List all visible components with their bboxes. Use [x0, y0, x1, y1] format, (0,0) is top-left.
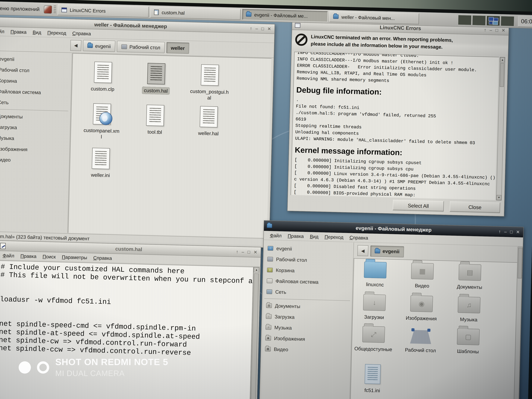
menu-go[interactable]: Переход	[322, 233, 346, 241]
file-fc51-ini[interactable]: fc51.ini	[350, 364, 395, 394]
close-icon[interactable]: ✕	[516, 229, 520, 234]
scroll-thumb[interactable]	[500, 63, 504, 87]
maximize-icon[interactable]: □	[261, 26, 264, 31]
maximize-icon[interactable]: □	[510, 229, 513, 234]
sidebar-item-videos[interactable]: ▦Видео	[261, 343, 351, 357]
folder-icon	[375, 249, 380, 253]
editor-textarea[interactable]: # Include your customized HAL commands h…	[0, 260, 253, 399]
workspace-4[interactable]	[500, 16, 514, 26]
scroll-up-icon[interactable]: ▲	[500, 57, 505, 63]
desktop-icon	[121, 44, 127, 49]
minimize-icon[interactable]: –	[255, 26, 258, 31]
scroll-up-icon[interactable]: ▲	[254, 267, 259, 272]
minimize-icon[interactable]: –	[490, 27, 492, 33]
menu-view[interactable]: Вид	[30, 29, 44, 36]
menu-edit[interactable]: Правка	[8, 28, 29, 36]
panel-grip	[54, 6, 56, 14]
menu-file[interactable]: Файл	[267, 232, 284, 239]
applications-menu-icon[interactable]	[44, 5, 52, 13]
menu-search[interactable]: Поиск	[40, 253, 58, 260]
file-weller-hal[interactable]: weller.hal	[183, 106, 234, 137]
folder-public[interactable]: ⤢ Общедоступные	[351, 326, 396, 353]
applications-menu-button[interactable]: еню приложений	[0, 5, 40, 12]
scroll-thumb[interactable]	[518, 248, 522, 278]
drive-icon	[267, 278, 272, 283]
back-button[interactable]: ◀	[70, 40, 81, 51]
sidebar-item-home[interactable]: ⌂evgenii	[0, 53, 72, 66]
folder-linuxcnc[interactable]: linuxcnc	[352, 261, 398, 288]
error-log-textarea[interactable]: INFO CLASSICLADDER---I/O modbus master c…	[291, 52, 499, 200]
menu-edit[interactable]: Правка	[18, 253, 39, 260]
folder-templates[interactable]: ▢ Шаблоны	[445, 328, 491, 355]
back-button[interactable]: ◀	[357, 245, 368, 256]
menu-help[interactable]: Справка	[347, 234, 371, 241]
folder-desktop[interactable]: Рабочий стол	[398, 327, 443, 354]
sidebar-item-videos[interactable]: ▦Видео	[0, 154, 69, 167]
menu-go[interactable]: Переход	[44, 29, 69, 37]
maximize-icon[interactable]: □	[247, 249, 250, 254]
menu-help[interactable]: Справка	[90, 254, 115, 262]
sidebar-item-desktop[interactable]: Рабочий стол	[0, 64, 72, 77]
taskbar-button-custom-hal[interactable]: custom.hal	[150, 6, 241, 20]
maximize-icon[interactable]: □	[495, 28, 498, 33]
workspace-1[interactable]	[458, 15, 472, 25]
file-custom-postgui-hal[interactable]: custom_postgui.hal	[184, 64, 235, 101]
sidebar-item-filesystem[interactable]: Файловая система	[0, 86, 71, 99]
workspace-3-active[interactable]	[486, 15, 500, 26]
minimize-icon[interactable]: –	[504, 229, 507, 234]
taskbar-button-weller-fm[interactable]: weller - Файловый мен...	[329, 11, 419, 24]
sidebar-item-trash[interactable]: ▯Корзина	[0, 75, 71, 88]
photo-of-screen: еню приложений LinuxCNC Errors custom.ha…	[0, 0, 532, 399]
file-weller-ini[interactable]: weller.ini	[75, 147, 127, 179]
file-custom-hal-selected[interactable]: custom.hal	[130, 63, 182, 95]
menu-edit[interactable]: Правка	[285, 232, 307, 240]
shade-icon[interactable]: ↑	[250, 26, 252, 31]
shade-icon[interactable]: ↑	[484, 27, 486, 32]
workspace-2[interactable]	[472, 15, 486, 25]
evgenii-file-manager-window: evgenii - Файловый менеджер ↑ – □ ✕ Файл…	[258, 220, 524, 399]
select-all-button[interactable]: Select All	[393, 200, 444, 211]
folder-music[interactable]: ♫ Музыка	[446, 296, 492, 323]
shade-icon[interactable]: ↑	[499, 229, 501, 234]
path-button-weller[interactable]: weller	[166, 42, 189, 54]
folder-documents[interactable]: ▤ Документы	[447, 264, 493, 291]
taskbar-button-linuxcnc-errors[interactable]: LinuxCNC Errors	[58, 4, 149, 17]
sidebar-item-network[interactable]: Сеть	[0, 96, 71, 110]
close-icon[interactable]: ✕	[501, 28, 505, 33]
folder-video[interactable]: ▦ Видео	[399, 262, 445, 290]
folder-icon	[333, 14, 339, 19]
menu-file[interactable]: Файл	[0, 28, 7, 35]
text-file-icon	[92, 148, 110, 169]
folder-icon	[267, 223, 272, 228]
file-tool-tbl[interactable]: tool.tbl	[129, 104, 181, 136]
kernel-heading: Kernel message information:	[295, 147, 494, 158]
sidebar-item-network[interactable]: Сеть	[262, 286, 352, 299]
path-button-desktop[interactable]: Рабочий стол	[117, 41, 165, 53]
sidebar-item-downloads[interactable]: ↓Загрузка	[0, 121, 70, 134]
close-icon[interactable]: ✕	[267, 26, 271, 32]
menu-file[interactable]: Файл	[0, 252, 17, 259]
close-icon[interactable]: ✕	[253, 250, 257, 255]
clock[interactable]: 06:0	[518, 16, 532, 27]
minimize-icon[interactable]: –	[242, 249, 244, 254]
home-folder-icon	[87, 44, 93, 48]
folder-pictures[interactable]: ◉ Изображения	[399, 295, 444, 322]
path-button-evgenii[interactable]: evgenii	[83, 40, 115, 52]
window-controls: ↑ – □ ✕	[236, 247, 257, 257]
menu-view[interactable]: Вид	[307, 233, 321, 240]
menu-options[interactable]: Параметры	[59, 253, 90, 261]
music-folder-icon: ♫	[458, 297, 480, 313]
menu-help[interactable]: Справка	[70, 30, 94, 37]
sidebar-item-documents[interactable]: ▤Документы	[0, 110, 70, 123]
folder-downloads[interactable]: ↓ Загрузки	[352, 294, 397, 321]
sidebar-item-pictures[interactable]: ◉Изображения	[0, 143, 70, 156]
sidebar-item-music[interactable]: ♫Музыка	[0, 132, 70, 145]
file-custompanel-xml[interactable]: custompanel.xml	[76, 103, 127, 141]
folder-icon	[246, 12, 252, 17]
close-button[interactable]: Close	[450, 201, 500, 213]
path-button-evgenii[interactable]: evgenii	[370, 245, 404, 257]
scroll-down-icon[interactable]: ▼	[496, 195, 501, 200]
shade-icon[interactable]: ↑	[236, 249, 239, 254]
file-custom-clp[interactable]: custom.clp	[77, 61, 129, 93]
taskbar-button-evgenii-fm[interactable]: evgenii - Файловый ме...	[242, 9, 328, 22]
